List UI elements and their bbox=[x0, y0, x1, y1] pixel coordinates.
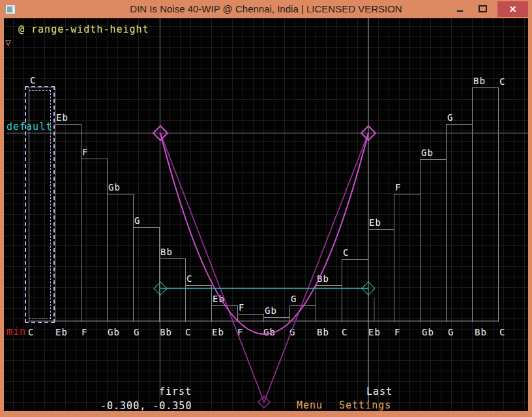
overlay-graphics[interactable] bbox=[4, 18, 528, 411]
maximize-icon bbox=[479, 5, 487, 12]
min-label: min bbox=[7, 326, 26, 337]
page-title: @ range-width-height bbox=[18, 23, 149, 35]
menu-triangle-icon[interactable]: ▽ bbox=[5, 37, 11, 48]
close-button[interactable]: ✕ bbox=[497, 1, 528, 17]
titlebar[interactable]: DIN Is Noise 40-WIP @ Chennai, India | L… bbox=[0, 0, 532, 18]
selection-box[interactable] bbox=[25, 86, 55, 323]
din-range-editor-canvas[interactable]: @ range-width-height ▽ default min CEbFG… bbox=[4, 18, 528, 411]
minimize-button[interactable] bbox=[451, 0, 469, 17]
value-readout: -0.300, -0.350 bbox=[100, 400, 192, 412]
first-label: first bbox=[159, 386, 192, 397]
minimize-icon bbox=[456, 10, 464, 12]
depth-v-line[interactable] bbox=[160, 133, 368, 402]
maximize-button[interactable] bbox=[473, 0, 492, 17]
menu-button[interactable]: Menu bbox=[297, 399, 323, 411]
settings-button[interactable]: Settings bbox=[339, 399, 391, 411]
last-label: Last bbox=[366, 386, 392, 397]
app-window: DIN Is Noise 40-WIP @ Chennai, India | L… bbox=[0, 0, 532, 417]
width-curve[interactable] bbox=[160, 133, 368, 334]
